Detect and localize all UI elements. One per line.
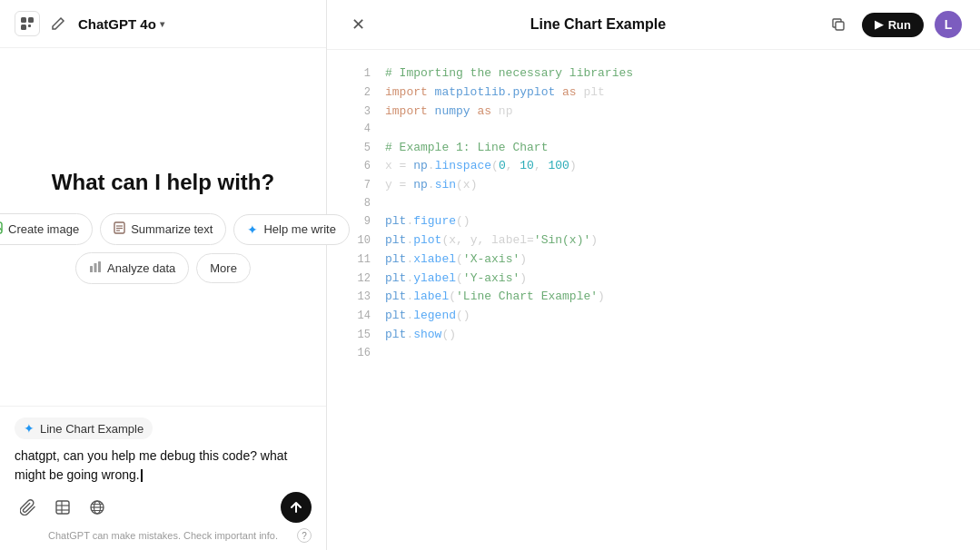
write-icon: ✦: [247, 222, 258, 237]
summarize-text-label: Summarize text: [131, 222, 213, 236]
model-selector[interactable]: ChatGPT 4o ▾: [78, 16, 164, 32]
line-number: 14: [345, 308, 371, 325]
model-name: ChatGPT 4o: [78, 16, 156, 32]
code-line: 14plt.legend(): [327, 307, 980, 326]
code-line: 16: [327, 345, 980, 362]
line-number: 15: [345, 327, 371, 344]
line-content: plt.figure(): [385, 212, 962, 231]
summarize-text-button[interactable]: Summarize text: [100, 213, 226, 245]
run-button[interactable]: ▶ Run: [862, 13, 924, 37]
main-title: What can I help with?: [52, 170, 274, 195]
help-me-write-label: Help me write: [263, 222, 335, 236]
line-number: 3: [345, 103, 371, 121]
app-icon: [15, 11, 40, 36]
action-row-1: Create image Summarize text ✦: [0, 213, 350, 245]
toolbar-row: [15, 492, 312, 523]
more-button[interactable]: More: [196, 253, 251, 283]
line-content: plt.legend(): [385, 307, 962, 326]
left-panel: ChatGPT 4o ▾ What can I help with? Creat…: [0, 0, 327, 550]
code-line: 7y = np.sin(x): [327, 176, 980, 195]
line-number: 6: [345, 158, 371, 175]
chevron-down-icon: ▾: [160, 19, 164, 29]
image-icon: [0, 221, 3, 237]
text-cursor: [141, 469, 143, 482]
line-content: plt.plot(x, y, label='Sin(x)'): [385, 231, 962, 250]
code-editor-panel: ✕ Line Chart Example ▶ Run L 1# Importin…: [327, 0, 980, 550]
input-text-content: chatgpt, can you help me debug this code…: [15, 448, 287, 482]
edit-button[interactable]: [45, 11, 71, 36]
canvas-label-area: ✦ Line Chart Example: [15, 417, 312, 439]
canvas-tag-icon: ✦: [24, 421, 35, 436]
line-content: y = np.sin(x): [385, 176, 962, 195]
svg-rect-0: [21, 17, 26, 23]
line-number: 13: [345, 289, 371, 306]
line-number: 5: [345, 140, 371, 157]
line-content: import matplotlib.pyplot as plt: [385, 83, 962, 103]
line-number: 16: [345, 345, 371, 362]
svg-rect-4: [0, 222, 2, 233]
line-content: plt.label('Line Chart Example'): [385, 288, 962, 307]
help-link[interactable]: ?: [297, 528, 312, 543]
footer-note: ChatGPT can make mistakes. Check importa…: [15, 526, 312, 543]
code-line: 15plt.show(): [327, 326, 980, 345]
svg-rect-10: [90, 266, 93, 272]
analyze-data-button[interactable]: Analyze data: [75, 252, 189, 284]
chart-icon: [89, 260, 102, 276]
app-header: ChatGPT 4o ▾: [0, 0, 326, 48]
svg-rect-11: [94, 263, 97, 272]
create-image-button[interactable]: Create image: [0, 213, 93, 245]
code-line: 9plt.figure(): [327, 212, 980, 231]
code-line: 5# Example 1: Line Chart: [327, 139, 980, 158]
svg-rect-22: [836, 22, 844, 30]
avatar-label: L: [945, 17, 953, 32]
attach-button[interactable]: [15, 494, 42, 521]
code-line: 1# Importing the necessary libraries: [327, 64, 980, 83]
main-content: What can I help with? Create image: [0, 48, 326, 406]
code-line: 4: [327, 121, 980, 138]
copy-button[interactable]: [826, 12, 851, 37]
code-editor-title: Line Chart Example: [530, 16, 666, 33]
globe-button[interactable]: [84, 494, 111, 521]
code-area[interactable]: 1# Importing the necessary libraries2imp…: [327, 50, 980, 550]
input-area: ✦ Line Chart Example chatgpt, can you he…: [0, 406, 326, 550]
line-content: x = np.linspace(0, 10, 100): [385, 157, 962, 176]
line-content: import numpy as np: [385, 103, 962, 122]
svg-rect-3: [28, 25, 31, 27]
header-icons: [15, 11, 71, 36]
action-row-2: Analyze data More: [75, 252, 251, 284]
svg-rect-13: [56, 501, 69, 514]
more-label: More: [210, 261, 237, 275]
code-editor-header: ✕ Line Chart Example ▶ Run L: [327, 0, 980, 50]
code-line: 3import numpy as np: [327, 103, 980, 122]
code-line: 13plt.label('Line Chart Example'): [327, 288, 980, 307]
run-icon: ▶: [875, 18, 883, 31]
line-number: 2: [345, 84, 371, 102]
analyze-data-label: Analyze data: [107, 261, 175, 275]
code-line: 10plt.plot(x, y, label='Sin(x)'): [327, 231, 980, 250]
line-number: 4: [345, 121, 371, 138]
svg-rect-1: [28, 17, 34, 23]
canvas-tag[interactable]: ✦ Line Chart Example: [15, 417, 153, 439]
message-input[interactable]: chatgpt, can you help me debug this code…: [15, 447, 312, 485]
document-icon: [114, 221, 125, 237]
line-number: 8: [345, 195, 371, 212]
user-avatar[interactable]: L: [935, 11, 962, 38]
help-me-write-button[interactable]: ✦ Help me write: [233, 214, 349, 245]
svg-rect-2: [21, 25, 26, 30]
create-image-label: Create image: [8, 222, 79, 236]
line-content: plt.xlabel('X-axis'): [385, 250, 962, 270]
action-buttons: Create image Summarize text ✦: [0, 213, 350, 284]
code-line: 6x = np.linspace(0, 10, 100): [327, 157, 980, 176]
line-content: plt.show(): [385, 326, 962, 345]
code-line: 12plt.ylabel('Y-axis'): [327, 270, 980, 289]
table-button[interactable]: [49, 494, 76, 521]
line-number: 7: [345, 177, 371, 194]
run-label: Run: [888, 18, 911, 32]
line-content: plt.ylabel('Y-axis'): [385, 270, 962, 289]
line-content: # Importing the necessary libraries: [385, 64, 962, 83]
close-button[interactable]: ✕: [345, 12, 371, 37]
send-button[interactable]: [281, 492, 312, 523]
toolbar-left: [15, 494, 111, 521]
code-line: 2import matplotlib.pyplot as plt: [327, 83, 980, 103]
line-content: # Example 1: Line Chart: [385, 139, 962, 158]
